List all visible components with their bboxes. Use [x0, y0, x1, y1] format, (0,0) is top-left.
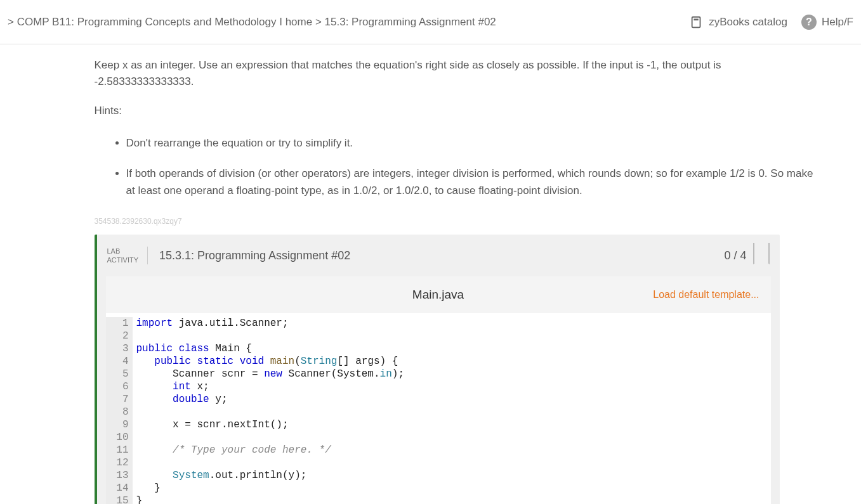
top-bar: > COMP B11: Programming Concepts and Met…: [0, 0, 861, 44]
code-line[interactable]: 9 x = scnr.nextInt();: [106, 418, 771, 431]
hints-list: Don't rearrange the equation or try to s…: [95, 135, 818, 199]
line-number: 7: [106, 393, 133, 406]
code-line[interactable]: 11 /* Type your code here. */: [106, 444, 771, 456]
code-line[interactable]: 1import java.util.Scanner;: [106, 317, 771, 330]
code-text[interactable]: }: [133, 482, 161, 494]
line-number: 10: [106, 431, 133, 444]
catalog-label: zyBooks catalog: [709, 16, 787, 29]
code-text[interactable]: /* Type your code here. */: [133, 444, 331, 456]
code-line[interactable]: 14 }: [106, 482, 771, 494]
code-text[interactable]: x = scnr.nextInt();: [133, 418, 289, 431]
line-number: 12: [106, 456, 133, 469]
breadcrumb[interactable]: > COMP B11: Programming Concepts and Met…: [8, 16, 496, 29]
lab-title: 15.3.1: Programming Assignment #02: [159, 249, 724, 262]
help-label: Help/F: [822, 16, 853, 29]
line-number: 1: [106, 317, 133, 330]
line-number: 11: [106, 444, 133, 456]
code-line[interactable]: 3public class Main {: [106, 342, 771, 355]
topbar-right: zyBooks catalog ? Help/F: [690, 15, 853, 30]
code-text[interactable]: [133, 406, 136, 418]
help-link[interactable]: ? Help/F: [801, 15, 853, 30]
instruction-paragraph: Keep x as an integer. Use an expression …: [95, 57, 818, 89]
code-text[interactable]: import java.util.Scanner;: [133, 317, 289, 330]
bookmark-icon[interactable]: [753, 243, 770, 264]
code-line[interactable]: 15}: [106, 494, 771, 504]
lab-header: LAB ACTIVITY 15.3.1: Programming Assignm…: [97, 235, 780, 276]
code-text[interactable]: int x;: [133, 380, 209, 393]
filename-label: Main.java: [412, 288, 464, 302]
assignment-hash: 354538.2392630.qx3zqy7: [95, 217, 818, 226]
code-line[interactable]: 7 double y;: [106, 393, 771, 406]
lab-label-line1: LAB: [107, 247, 139, 255]
lab-activity-card: LAB ACTIVITY 15.3.1: Programming Assignm…: [95, 235, 780, 504]
line-number: 3: [106, 342, 133, 355]
svg-rect-1: [694, 18, 699, 20]
line-number: 5: [106, 368, 133, 380]
line-number: 14: [106, 482, 133, 494]
book-icon: [690, 15, 704, 29]
code-text[interactable]: [133, 431, 136, 444]
lab-label-line2: ACTIVITY: [107, 255, 139, 264]
help-icon: ?: [801, 15, 817, 30]
code-line[interactable]: 13 System.out.println(y);: [106, 469, 771, 482]
code-text[interactable]: [133, 456, 136, 469]
code-line[interactable]: 4 public static void main(String[] args)…: [106, 355, 771, 368]
code-line[interactable]: 8: [106, 406, 771, 418]
code-text[interactable]: }: [133, 494, 143, 504]
content: Keep x as an integer. Use an expression …: [44, 44, 818, 504]
lab-score: 0 / 4: [724, 249, 746, 262]
hint-item: Don't rearrange the equation or try to s…: [126, 135, 818, 152]
lab-activity-label: LAB ACTIVITY: [107, 247, 148, 265]
code-line[interactable]: 10: [106, 431, 771, 444]
line-number: 8: [106, 406, 133, 418]
code-line[interactable]: 12: [106, 456, 771, 469]
line-number: 15: [106, 494, 133, 504]
line-number: 2: [106, 330, 133, 342]
line-number: 4: [106, 355, 133, 368]
code-line[interactable]: 2: [106, 330, 771, 342]
line-number: 9: [106, 418, 133, 431]
code-text[interactable]: public class Main {: [133, 342, 252, 355]
svg-rect-0: [692, 16, 700, 27]
line-number: 13: [106, 469, 133, 482]
code-area[interactable]: 1import java.util.Scanner;23public class…: [106, 313, 771, 504]
code-text[interactable]: public static void main(String[] args) {: [133, 355, 398, 368]
code-text[interactable]: Scanner scnr = new Scanner(System.in);: [133, 368, 404, 380]
code-text[interactable]: System.out.println(y);: [133, 469, 307, 482]
load-default-template-button[interactable]: Load default template...: [653, 289, 759, 300]
editor: Main.java Load default template... 1impo…: [106, 276, 771, 504]
hint-item: If both operands of division (or other o…: [126, 165, 818, 199]
code-line[interactable]: 6 int x;: [106, 380, 771, 393]
code-text[interactable]: double y;: [133, 393, 228, 406]
editor-header: Main.java Load default template...: [106, 276, 771, 313]
catalog-link[interactable]: zyBooks catalog: [690, 15, 787, 29]
code-text[interactable]: [133, 330, 136, 342]
code-line[interactable]: 5 Scanner scnr = new Scanner(System.in);: [106, 368, 771, 380]
line-number: 6: [106, 380, 133, 393]
hints-heading: Hints:: [95, 105, 818, 117]
